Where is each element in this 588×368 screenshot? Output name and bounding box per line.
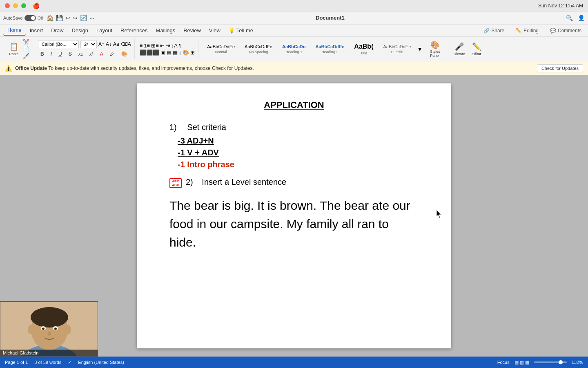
menu-layout[interactable]: Layout: [92, 26, 116, 35]
list-item-2: ABCABC 2) Insert a Level sentence: [169, 177, 419, 188]
zoom-level: 132%: [572, 360, 583, 365]
menu-mailings[interactable]: Mailings: [152, 26, 180, 35]
menu-insert[interactable]: Insert: [26, 26, 47, 35]
align-left-button[interactable]: ⬛⬛⬛: [140, 49, 159, 56]
bullets-button[interactable]: ≡: [140, 43, 143, 49]
video-feed: [0, 302, 98, 356]
menu-home[interactable]: Home: [3, 25, 26, 36]
comments-button[interactable]: 💬 Comments: [547, 26, 585, 35]
list-item-1: 1) Set criteria: [169, 123, 419, 132]
paste-button[interactable]: 📋 Paste: [7, 41, 21, 57]
shading-button[interactable]: 🎨: [183, 49, 189, 56]
style-no-spacing-label: No Spacing: [249, 50, 268, 54]
style-normal[interactable]: AaBbCcDdEe Normal: [203, 43, 238, 55]
view-icons: ▤ ▥ ▦: [514, 360, 529, 365]
paste-icon: 📋: [9, 42, 18, 51]
share-icon[interactable]: 👤: [578, 15, 585, 21]
align-center-button[interactable]: ▣: [160, 49, 165, 56]
styles-pane-button[interactable]: 🎨 StylesPane: [428, 40, 443, 58]
style-subtitle[interactable]: AaBbCcDdEe Subtitle: [379, 43, 414, 55]
styles-pane-label: StylesPane: [430, 49, 440, 58]
autosave-toggle[interactable]: [24, 15, 36, 21]
share-button[interactable]: 🔗 Share: [480, 26, 508, 35]
check-updates-button[interactable]: Check for Updates: [537, 64, 583, 72]
menu-bar: Home Insert Draw Design Layout Reference…: [0, 25, 588, 37]
refresh-icon[interactable]: 🔄: [80, 15, 87, 21]
style-heading1[interactable]: AaBbCcDo Heading 1: [278, 43, 309, 55]
font-size-select[interactable]: 24: [80, 40, 97, 48]
document-title: Document1: [98, 15, 563, 21]
underline-button[interactable]: U: [56, 50, 65, 58]
font-family-select[interactable]: Calibri (Bo...: [38, 40, 79, 48]
format-painter-icon[interactable]: 🖌️: [23, 53, 29, 59]
menu-references[interactable]: References: [116, 26, 151, 35]
strikethrough-button[interactable]: S: [66, 50, 74, 58]
line-spacing-button[interactable]: ↕: [179, 49, 182, 56]
focus-button[interactable]: Focus: [497, 360, 510, 365]
highlight-button[interactable]: 🖊: [107, 50, 117, 58]
numbering-button[interactable]: 1≡: [144, 43, 150, 49]
more-styles-button[interactable]: ▼: [417, 46, 423, 52]
italic-button[interactable]: I: [48, 50, 54, 58]
doc-title-text: Document1: [316, 15, 345, 21]
svg-point-11: [65, 325, 71, 334]
show-marks-button[interactable]: ¶: [179, 43, 182, 49]
mac-status-icons: Sun Nov 12 1:54 AM: [538, 3, 583, 9]
bold-button[interactable]: B: [38, 50, 47, 58]
style-normal-label: Normal: [215, 50, 227, 54]
menu-review[interactable]: Review: [179, 26, 205, 35]
close-button[interactable]: [5, 3, 10, 8]
menu-tell-me[interactable]: 💡 Tell me: [225, 26, 257, 35]
menu-draw[interactable]: Draw: [47, 26, 67, 35]
dictate-button[interactable]: 🎤 Dictate: [451, 41, 468, 57]
save-icon[interactable]: 💾: [56, 15, 63, 21]
more-icon[interactable]: ···: [89, 15, 94, 21]
search-icon[interactable]: 🔍: [566, 15, 573, 21]
style-heading2[interactable]: AaBbCcDdEe Heading 2: [312, 43, 348, 55]
align-right-button[interactable]: ▤: [167, 49, 172, 56]
minimize-button[interactable]: [13, 3, 18, 8]
redo-icon[interactable]: ↪: [73, 15, 78, 21]
style-normal-sample: AaBbCcDdEe: [207, 44, 235, 49]
text-color-button[interactable]: 🎨: [119, 50, 130, 58]
style-subtitle-label: Subtitle: [391, 50, 403, 54]
decrease-font-icon[interactable]: A↓: [106, 41, 111, 47]
increase-font-icon[interactable]: A↑: [98, 41, 104, 47]
word-count: 3 of 39 words: [34, 360, 61, 365]
comment-icon: 💬: [550, 28, 556, 34]
cut-icon[interactable]: ✂️: [23, 39, 29, 45]
style-no-spacing[interactable]: AaBbCcDdEe No Spacing: [241, 43, 276, 55]
justify-button[interactable]: ▦: [173, 49, 178, 56]
menu-design[interactable]: Design: [68, 26, 92, 35]
increase-indent-button[interactable]: ⇥: [166, 43, 170, 49]
style-title[interactable]: AaBb( Title: [350, 42, 377, 56]
font-color-button[interactable]: A: [98, 50, 106, 58]
autosave-control[interactable]: AutoSave Off: [3, 15, 43, 21]
svg-point-10: [28, 325, 34, 334]
sub-item-1: -3 ADJ+N: [178, 136, 419, 146]
fullscreen-button[interactable]: [21, 3, 26, 8]
clear-format-icon[interactable]: ⌫A: [121, 41, 131, 47]
borders-button[interactable]: ⊞: [190, 49, 195, 56]
svg-point-8: [54, 328, 57, 330]
font-case-icon[interactable]: Aa: [113, 41, 119, 47]
body-text[interactable]: The bear is big. It is brown. The bear a…: [169, 196, 419, 251]
multilevel-button[interactable]: ⊞≡: [151, 43, 159, 49]
editing-label: Editing: [523, 28, 539, 34]
home-icon[interactable]: 🏠: [47, 15, 53, 21]
editor-button[interactable]: ✏️ Editor: [469, 41, 484, 57]
menu-view[interactable]: View: [205, 26, 225, 35]
document-page[interactable]: APPLICATION 1) Set criteria -3 ADJ+N -1 …: [137, 83, 451, 348]
decrease-indent-button[interactable]: ⇤: [160, 43, 165, 49]
undo-icon[interactable]: ↩: [65, 15, 70, 21]
style-gallery: AaBbCcDdEe Normal AaBbCcDdEe No Spacing …: [203, 42, 423, 56]
style-heading2-sample: AaBbCcDdEe: [315, 44, 344, 49]
superscript-button[interactable]: x²: [87, 50, 96, 58]
item1-number: 1): [169, 123, 177, 132]
editing-button[interactable]: ✏️ Editing: [512, 26, 542, 35]
subscript-button[interactable]: x₂: [76, 50, 85, 58]
svg-point-4: [31, 307, 68, 328]
copy-icon[interactable]: 📄: [23, 46, 29, 52]
sort-button[interactable]: ↕A: [172, 43, 178, 49]
zoom-slider[interactable]: [534, 361, 567, 363]
